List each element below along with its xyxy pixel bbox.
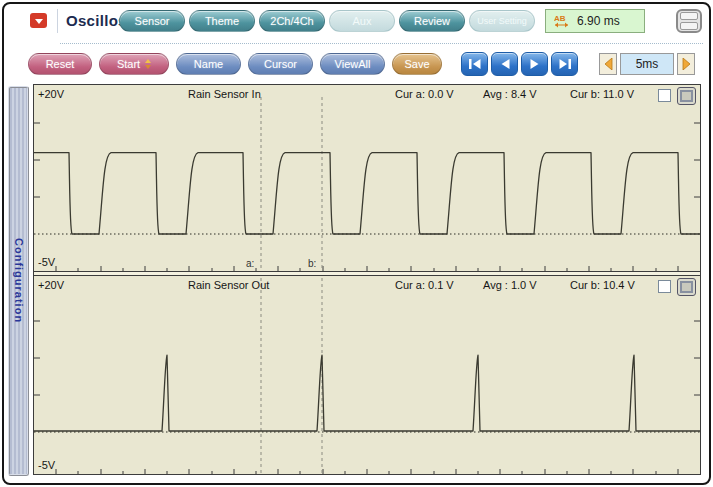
timebase-decrease-button[interactable] [599,53,617,75]
left-arrow-icon [604,58,613,70]
configuration-drawer-tab[interactable]: Configuration [8,86,29,476]
cursor-a-readout: Cur a: 0.1 V [395,279,454,291]
timebase-control: 5ms [599,53,695,75]
play-forward-button[interactable] [521,52,548,76]
timebase-value[interactable]: 5ms [620,53,674,75]
step-back-button[interactable] [491,52,518,76]
channel-checkbox[interactable] [658,89,671,102]
cursor-a-readout: Cur a: 0.0 V [395,88,454,100]
channel-name: Rain Sensor In [188,88,261,100]
control-toolbar: Reset Start Name Cursor ViewAll Save 5ms [28,52,695,76]
theme-button[interactable]: Theme [189,10,255,32]
skip-to-end-icon [558,59,572,69]
avg-readout: Avg : 8.4 V [483,88,537,100]
expand-panel-button[interactable] [677,278,696,296]
play-forward-icon [529,59,541,69]
skip-to-start-icon [468,59,482,69]
channel-name: Rain Sensor Out [188,279,269,291]
expand-icon [680,90,693,102]
cursor-b-label: b: [308,258,316,269]
right-arrow-icon [682,58,691,70]
cursor-button[interactable]: Cursor [248,53,313,75]
cursor-delta-readout: AB 6.90 ms [545,9,645,33]
sensor-button[interactable]: Sensor [119,10,185,32]
app-menu-button[interactable] [30,13,47,28]
y-min-label: -5V [38,256,55,268]
reset-button[interactable]: Reset [28,53,92,75]
expand-icon [680,281,693,293]
cursor-b-readout: Cur b: 11.0 V [570,88,634,100]
stack-icon [680,12,698,20]
dropdown-arrow-icon [35,19,43,24]
top-toolbar: Sensor Theme 2Ch/4Ch Aux Review User Set… [119,10,535,32]
name-button[interactable]: Name [176,53,241,75]
step-back-icon [499,59,511,69]
start-button-label: Start [117,58,140,70]
timebase-increase-button[interactable] [677,53,695,75]
configuration-drawer-label: Configuration [13,238,25,323]
skip-to-end-button[interactable] [551,52,578,76]
cursor-b-readout: Cur b: 10.4 V [570,279,635,291]
toolbar-separator [60,43,703,44]
a-to-b-delta-icon: AB [554,14,571,29]
cursor-a-label: a: [246,258,254,269]
expand-panel-button[interactable] [677,87,696,105]
waveform-plot-out [34,276,700,474]
viewall-button[interactable]: ViewAll [320,53,385,75]
start-button[interactable]: Start [99,53,169,75]
waveform-plot-in [34,85,700,271]
stack-icon [680,22,698,30]
y-max-label: +20V [38,279,64,291]
cursor-delta-value: 6.90 ms [577,14,620,28]
playback-controls [461,52,578,76]
start-spinner-icon [145,59,151,69]
save-button[interactable]: Save [392,53,442,75]
layout-stack-button[interactable] [676,9,702,33]
channel-checkbox[interactable] [658,280,671,293]
aux-button[interactable]: Aux [329,10,395,32]
review-button[interactable]: Review [399,10,465,32]
scope-display: +20V Rain Sensor In Cur a: 0.0 V Avg : 8… [33,84,701,475]
svg-text:AB: AB [554,14,566,23]
y-max-label: +20V [38,88,64,100]
channel-panel-rain-sensor-out: +20V Rain Sensor Out Cur a: 0.1 V Avg : … [34,276,700,474]
skip-to-start-button[interactable] [461,52,488,76]
title-divider [57,9,58,33]
channel-mode-button[interactable]: 2Ch/4Ch [259,10,325,32]
y-min-label: -5V [38,459,55,471]
avg-readout: Avg : 1.0 V [483,279,537,291]
channel-panel-rain-sensor-in: +20V Rain Sensor In Cur a: 0.0 V Avg : 8… [34,85,700,272]
user-setting-button[interactable]: User Setting [469,10,535,32]
